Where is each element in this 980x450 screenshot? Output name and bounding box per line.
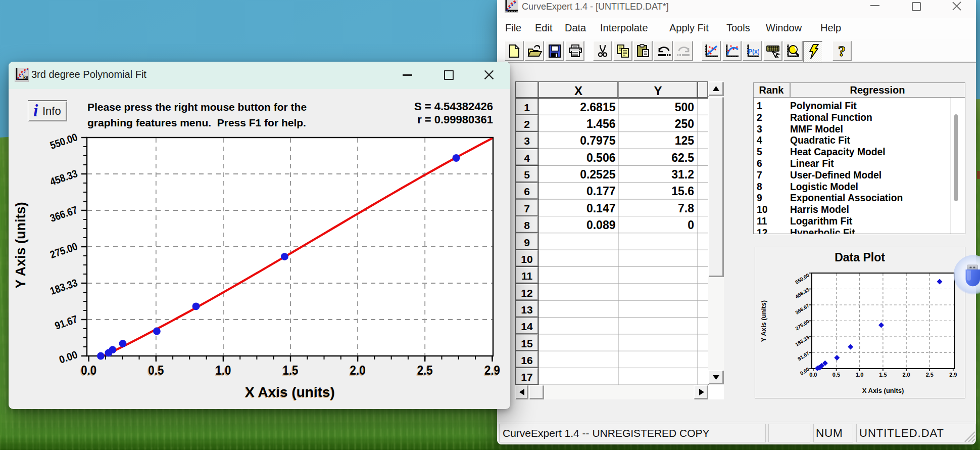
svg-text:X Axis (units): X Axis (units) — [245, 384, 335, 400]
svg-text:550.00: 550.00 — [48, 131, 79, 151]
svg-text:11: 11 — [757, 216, 767, 227]
svg-text:2.6815: 2.6815 — [580, 101, 616, 114]
svg-text:62.5: 62.5 — [671, 151, 694, 164]
svg-text:31.2: 31.2 — [671, 168, 694, 181]
svg-text:2.5: 2.5 — [926, 372, 934, 378]
svg-text:Polynomial Fit: Polynomial Fit — [790, 101, 857, 111]
svg-text:User-Defined Model: User-Defined Model — [790, 170, 881, 181]
svg-text:7.8: 7.8 — [678, 202, 694, 215]
svg-text:0.0: 0.0 — [81, 363, 96, 378]
svg-text:X: X — [574, 84, 582, 98]
svg-text:MMF Model: MMF Model — [790, 124, 843, 134]
svg-text:2.9: 2.9 — [949, 372, 957, 378]
svg-text:4: 4 — [524, 152, 530, 164]
svg-text:4: 4 — [757, 135, 762, 146]
svg-text:P(x): P(x) — [748, 48, 759, 55]
svg-text:ks: ks — [23, 75, 28, 80]
svg-text:3: 3 — [757, 124, 762, 134]
svg-text:Y: Y — [654, 84, 662, 98]
svg-text:0.089: 0.089 — [586, 218, 616, 232]
svg-text:7: 7 — [524, 203, 530, 214]
svg-text:0.506: 0.506 — [586, 151, 616, 164]
svg-text:Exponential Association: Exponential Association — [790, 193, 903, 203]
svg-text:0.5: 0.5 — [832, 372, 840, 378]
svg-text:0: 0 — [688, 218, 694, 232]
svg-text:0.00: 0.00 — [58, 348, 79, 366]
svg-text:8: 8 — [757, 182, 762, 192]
svg-text:Y Axis (units): Y Axis (units) — [760, 300, 767, 342]
svg-text:Harris Model: Harris Model — [790, 204, 849, 215]
svg-text:12: 12 — [757, 228, 767, 234]
svg-text:2: 2 — [757, 112, 762, 123]
svg-text:2.0: 2.0 — [902, 372, 910, 378]
svg-text:13: 13 — [521, 304, 532, 316]
svg-text:Rank: Rank — [759, 84, 785, 96]
svg-text:0.177: 0.177 — [586, 185, 616, 198]
svg-text:5: 5 — [524, 169, 530, 181]
svg-text:2.0: 2.0 — [350, 363, 366, 378]
svg-text:5: 5 — [757, 147, 762, 157]
svg-text:1: 1 — [524, 102, 530, 113]
svg-text:500: 500 — [675, 101, 694, 114]
svg-text:2.9: 2.9 — [484, 363, 500, 378]
svg-text:Logistic Model: Logistic Model — [790, 182, 858, 192]
svg-text:Hyperbolic Fit: Hyperbolic Fit — [790, 228, 855, 234]
svg-text:91.67: 91.67 — [53, 313, 79, 332]
svg-text:183.33: 183.33 — [48, 277, 79, 297]
svg-text:366.67: 366.67 — [48, 204, 79, 224]
svg-text:10: 10 — [757, 204, 767, 215]
svg-text:10: 10 — [521, 253, 532, 265]
svg-text:11: 11 — [521, 270, 533, 282]
svg-text:1.0: 1.0 — [215, 363, 231, 378]
svg-text:X Axis (units): X Axis (units) — [862, 387, 904, 394]
svg-text:16: 16 — [521, 354, 532, 366]
svg-text:2.5: 2.5 — [417, 363, 433, 378]
svg-text:0.147: 0.147 — [586, 202, 616, 215]
svg-text:Linear Fit: Linear Fit — [790, 158, 834, 169]
svg-text:0.5: 0.5 — [148, 363, 164, 378]
svg-text:250: 250 — [675, 117, 694, 130]
svg-text:12: 12 — [521, 287, 532, 299]
svg-text:0.7975: 0.7975 — [580, 134, 616, 147]
svg-text:125: 125 — [675, 134, 695, 147]
svg-text:15.6: 15.6 — [671, 185, 694, 198]
svg-text:1.0: 1.0 — [856, 372, 863, 378]
svg-text:2: 2 — [524, 118, 530, 130]
svg-text:1.456: 1.456 — [586, 117, 616, 130]
svg-text:9: 9 — [757, 193, 762, 203]
svg-text:275.00: 275.00 — [48, 240, 79, 260]
svg-text:1: 1 — [757, 101, 762, 111]
svg-text:Heat Capacity Model: Heat Capacity Model — [790, 147, 886, 157]
svg-text:0.0: 0.0 — [809, 372, 817, 378]
svg-text:9: 9 — [524, 237, 530, 248]
svg-text:3: 3 — [524, 135, 530, 147]
svg-text:Quadratic Fit: Quadratic Fit — [790, 135, 850, 146]
svg-text:8: 8 — [524, 219, 530, 231]
svg-text:15: 15 — [521, 338, 533, 349]
svg-text:0.2525: 0.2525 — [580, 168, 616, 181]
svg-text:14: 14 — [521, 321, 533, 332]
svg-text:17: 17 — [521, 371, 532, 383]
svg-text:6: 6 — [524, 186, 530, 197]
svg-text:Data Plot: Data Plot — [835, 251, 885, 264]
svg-text:Y Axis (units): Y Axis (units) — [13, 202, 28, 288]
svg-text:?: ? — [838, 44, 846, 58]
svg-text:Logarithm Fit: Logarithm Fit — [790, 216, 853, 227]
svg-text:Regression: Regression — [850, 84, 905, 96]
svg-text:1.5: 1.5 — [283, 363, 299, 378]
svg-text:458.33: 458.33 — [48, 167, 79, 188]
svg-text:1.5: 1.5 — [879, 372, 887, 378]
svg-text:7: 7 — [757, 170, 762, 181]
svg-text:6: 6 — [757, 158, 762, 169]
svg-text:Rational Function: Rational Function — [790, 112, 872, 123]
